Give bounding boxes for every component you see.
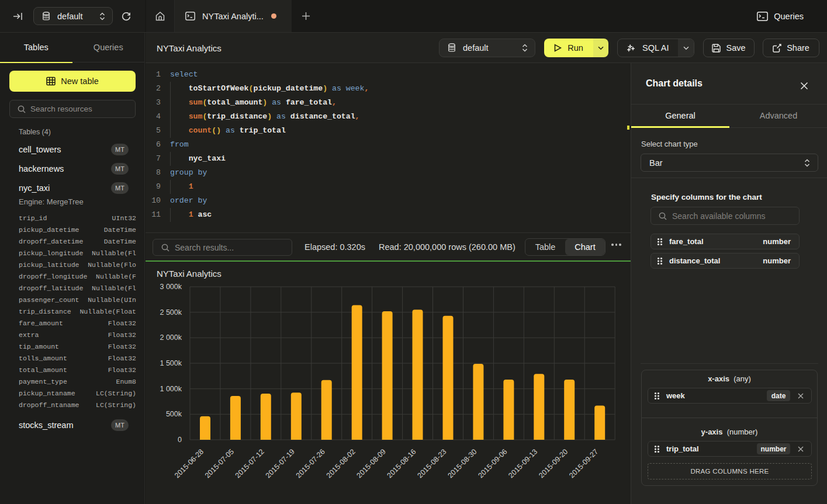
- svg-text:3 000k: 3 000k: [160, 283, 182, 291]
- svg-text:2015-08-02: 2015-08-02: [325, 447, 357, 479]
- svg-text:2015-07-12: 2015-07-12: [234, 447, 266, 479]
- svg-text:2 500k: 2 500k: [160, 308, 182, 317]
- svg-text:2015-09-13: 2015-09-13: [507, 447, 539, 479]
- svg-text:1 500k: 1 500k: [160, 359, 182, 367]
- svg-text:2 000k: 2 000k: [160, 333, 182, 342]
- svg-text:2015-08-09: 2015-08-09: [355, 447, 387, 479]
- svg-text:2015-08-30: 2015-08-30: [446, 447, 478, 479]
- svg-text:1 000k: 1 000k: [160, 385, 182, 393]
- svg-text:2015-07-05: 2015-07-05: [203, 447, 236, 479]
- svg-text:0: 0: [178, 436, 182, 444]
- svg-text:2015-08-16: 2015-08-16: [386, 447, 418, 479]
- svg-text:2015-09-20: 2015-09-20: [537, 447, 569, 479]
- svg-text:2015-09-06: 2015-09-06: [476, 447, 508, 479]
- svg-text:2015-07-19: 2015-07-19: [264, 447, 296, 479]
- svg-text:2015-09-27: 2015-09-27: [568, 447, 600, 479]
- svg-text:2015-08-23: 2015-08-23: [416, 447, 448, 479]
- svg-text:500k: 500k: [166, 410, 182, 418]
- svg-text:2015-06-28: 2015-06-28: [173, 447, 205, 479]
- svg-text:2015-07-26: 2015-07-26: [295, 447, 327, 479]
